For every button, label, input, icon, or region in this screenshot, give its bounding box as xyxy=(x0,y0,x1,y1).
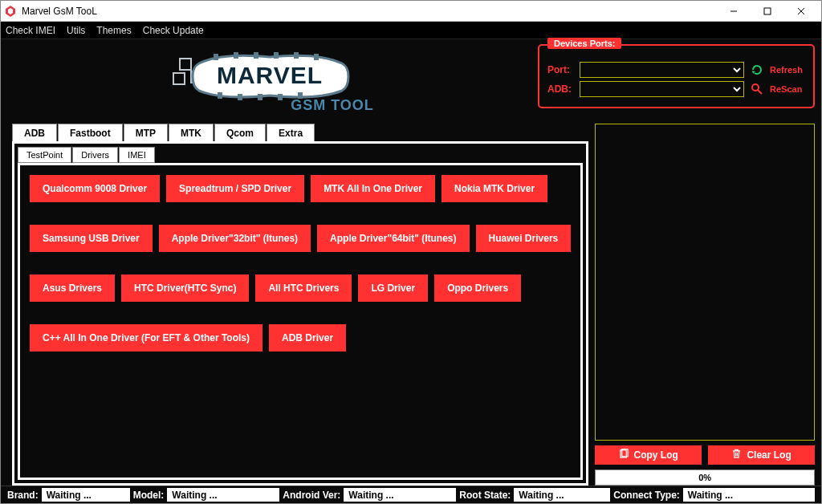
driver-huawei[interactable]: Huawei Drivers xyxy=(476,225,572,252)
clear-log-label: Clear Log xyxy=(747,449,791,461)
port-select[interactable] xyxy=(580,62,744,78)
driver-lg[interactable]: LG Driver xyxy=(358,274,428,302)
svg-rect-15 xyxy=(258,94,262,100)
status-model-value: Waiting ... xyxy=(167,488,279,502)
trash-icon xyxy=(731,449,742,461)
drivers-panel: Qualcomm 9008 Driver Spreadtrum / SPD Dr… xyxy=(18,163,583,480)
window-title: Marvel GsM TooL xyxy=(22,6,717,17)
menu-themes[interactable]: Themes xyxy=(96,25,131,36)
driver-nokia-mtk[interactable]: Nokia MTK Driver xyxy=(442,175,547,202)
subtab-imei[interactable]: IMEI xyxy=(119,147,155,163)
copy-icon xyxy=(619,449,629,461)
svg-rect-9 xyxy=(254,52,258,59)
tab-qcom[interactable]: Qcom xyxy=(214,124,266,141)
driver-all-htc[interactable]: All HTC Drivers xyxy=(255,274,352,302)
copy-log-button[interactable]: Copy Log xyxy=(595,445,702,465)
status-android-label: Android Ver: xyxy=(283,490,340,501)
logo-text-marvel: MARVEL xyxy=(216,62,322,88)
main-tabs: ADB Fastboot MTP MTK Qcom Extra xyxy=(12,124,588,141)
svg-rect-11 xyxy=(294,52,299,59)
subtab-drivers[interactable]: Drivers xyxy=(72,147,118,163)
tab-fastboot[interactable]: Fastboot xyxy=(58,124,123,141)
main-panel: TestPoint Drivers IMEI Qualcomm 9008 Dri… xyxy=(12,141,588,486)
status-brand-value: Waiting ... xyxy=(42,488,130,502)
minimize-button[interactable] xyxy=(717,1,751,22)
adb-label: ADB: xyxy=(547,83,575,95)
logo-text-gsm: GSM TOOL xyxy=(291,97,374,113)
svg-rect-10 xyxy=(274,52,279,59)
app-icon xyxy=(4,5,17,18)
status-connect-label: Connect Type: xyxy=(613,490,679,501)
svg-rect-12 xyxy=(314,54,319,60)
driver-apple-32[interactable]: Apple Driver"32bit" (Itunes) xyxy=(159,225,311,252)
progress-bar: 0% xyxy=(595,469,815,486)
adb-select[interactable] xyxy=(580,81,744,97)
svg-rect-1 xyxy=(764,8,771,14)
status-root-value: Waiting ... xyxy=(514,488,610,502)
driver-asus[interactable]: Asus Drivers xyxy=(30,274,115,302)
maximize-button[interactable] xyxy=(751,1,784,22)
driver-apple-64[interactable]: Apple Driver"64bit" (Itunes) xyxy=(317,225,469,252)
driver-mtk-all[interactable]: MTK All In One Driver xyxy=(311,175,435,202)
svg-rect-14 xyxy=(238,94,242,100)
tab-extra[interactable]: Extra xyxy=(267,124,315,141)
status-root-label: Root State: xyxy=(459,490,511,501)
svg-line-19 xyxy=(758,90,762,94)
menu-check-update[interactable]: Check Update xyxy=(143,25,204,36)
clear-log-button[interactable]: Clear Log xyxy=(708,445,815,465)
svg-rect-4 xyxy=(180,59,191,70)
driver-adb[interactable]: ADB Driver xyxy=(269,324,346,352)
svg-rect-5 xyxy=(173,73,185,84)
refresh-button[interactable]: Refresh xyxy=(770,65,805,75)
svg-rect-7 xyxy=(214,54,218,60)
rescan-button[interactable]: ReScan xyxy=(770,84,805,94)
copy-log-label: Copy Log xyxy=(634,449,678,461)
driver-qualcomm-9008[interactable]: Qualcomm 9008 Driver xyxy=(30,175,160,202)
sub-tabs: TestPoint Drivers IMEI xyxy=(18,147,583,163)
tab-adb[interactable]: ADB xyxy=(12,124,57,141)
driver-htc-sync[interactable]: HTC Driver(HTC Sync) xyxy=(121,274,249,302)
status-bar: Brand: Waiting ... Model: Waiting ... An… xyxy=(1,486,821,503)
svg-rect-16 xyxy=(278,94,283,100)
tab-mtk[interactable]: MTK xyxy=(169,124,214,141)
status-android-value: Waiting ... xyxy=(344,488,456,502)
log-output[interactable] xyxy=(595,124,815,441)
driver-samsung-usb[interactable]: Samsung USB Driver xyxy=(30,225,153,252)
devices-ports-box: Devices Ports: Port: Refresh ADB: ReScan xyxy=(538,44,815,108)
svg-rect-13 xyxy=(218,92,222,99)
svg-rect-8 xyxy=(234,52,238,59)
driver-spreadtrum[interactable]: Spreadtrum / SPD Driver xyxy=(166,175,304,202)
status-brand-label: Brand: xyxy=(7,490,39,501)
menu-check-imei[interactable]: Check IMEI xyxy=(6,25,55,36)
driver-oppo[interactable]: Oppo Drivers xyxy=(434,274,521,302)
search-icon[interactable] xyxy=(749,81,765,97)
svg-point-18 xyxy=(752,84,759,91)
logo: MARVEL GSM TOOL xyxy=(1,39,538,124)
devices-legend: Devices Ports: xyxy=(547,38,621,49)
menu-utils[interactable]: Utils xyxy=(67,25,85,36)
status-connect-value: Waiting ... xyxy=(683,488,815,502)
titlebar: Marvel GsM TooL xyxy=(1,1,821,22)
subtab-testpoint[interactable]: TestPoint xyxy=(18,147,71,163)
port-label: Port: xyxy=(547,64,575,75)
status-model-label: Model: xyxy=(133,490,165,501)
menubar: Check IMEI Utils Themes Check Update xyxy=(1,22,821,39)
driver-cpp-all[interactable]: C++ All In One Driver (For EFT & Other T… xyxy=(30,324,262,352)
close-button[interactable] xyxy=(784,1,818,22)
refresh-icon[interactable] xyxy=(749,62,765,78)
tab-mtp[interactable]: MTP xyxy=(124,124,168,141)
